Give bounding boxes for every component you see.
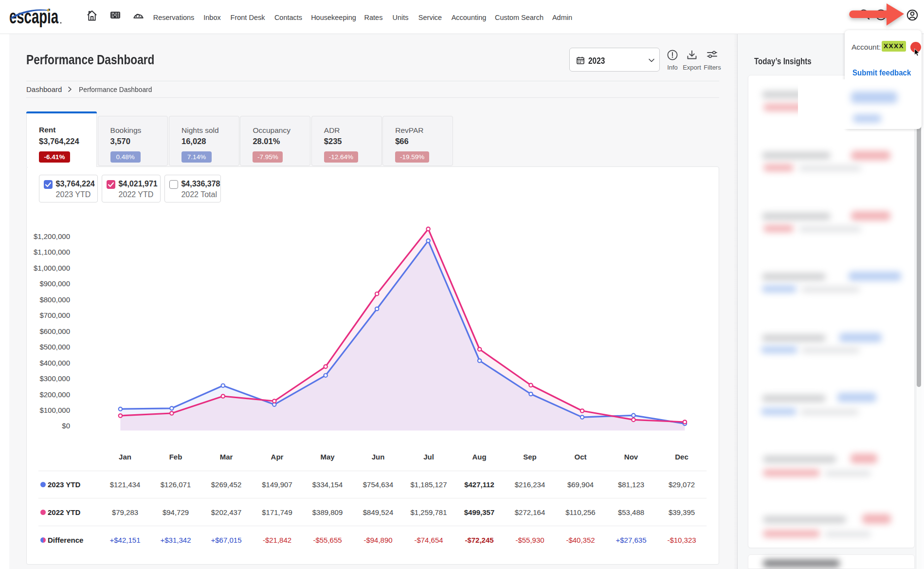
- svg-text:$200,000: $200,000: [39, 390, 70, 399]
- svg-text:$600,000: $600,000: [39, 327, 70, 335]
- svg-text:$1,000,000: $1,000,000: [34, 264, 70, 272]
- svg-text:$1,100,000: $1,100,000: [34, 248, 70, 256]
- svg-text:$1,200,000: $1,200,000: [34, 232, 70, 240]
- svg-text:$700,000: $700,000: [39, 311, 70, 319]
- svg-text:$500,000: $500,000: [39, 343, 70, 351]
- svg-text:$900,000: $900,000: [39, 279, 70, 288]
- svg-text:$400,000: $400,000: [39, 359, 70, 367]
- svg-text:$0: $0: [62, 422, 70, 430]
- svg-text:$800,000: $800,000: [39, 295, 70, 304]
- svg-text:$300,000: $300,000: [39, 374, 70, 383]
- svg-text:$100,000: $100,000: [39, 406, 70, 414]
- svg-text:escapia: escapia: [9, 6, 59, 27]
